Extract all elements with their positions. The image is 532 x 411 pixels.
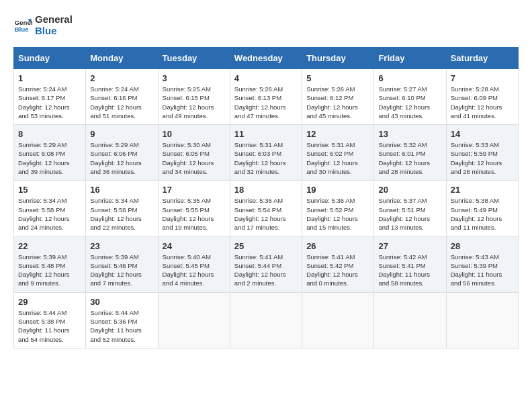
logo-icon: General Blue	[13, 15, 32, 34]
day-number: 5	[306, 73, 369, 83]
day-info: Sunrise: 5:31 AM Sunset: 6:03 PM Dayligh…	[234, 140, 298, 176]
calendar-day-cell	[446, 292, 518, 348]
day-number: 11	[234, 129, 298, 139]
day-info: Sunrise: 5:41 AM Sunset: 5:44 PM Dayligh…	[234, 253, 298, 288]
calendar-week-row: 8 Sunrise: 5:29 AM Sunset: 6:08 PM Dayli…	[14, 125, 519, 181]
day-info: Sunrise: 5:44 AM Sunset: 5:36 PM Dayligh…	[90, 308, 153, 344]
weekday-header: Thursday	[302, 48, 374, 69]
day-number: 4	[234, 73, 298, 83]
day-info: Sunrise: 5:28 AM Sunset: 6:09 PM Dayligh…	[451, 85, 514, 120]
day-info: Sunrise: 5:38 AM Sunset: 5:49 PM Dayligh…	[451, 196, 514, 232]
day-number: 27	[378, 241, 441, 251]
calendar-day-cell: 4 Sunrise: 5:26 AM Sunset: 6:13 PM Dayli…	[230, 69, 302, 125]
day-info: Sunrise: 5:26 AM Sunset: 6:12 PM Dayligh…	[306, 85, 369, 120]
day-info: Sunrise: 5:41 AM Sunset: 5:42 PM Dayligh…	[306, 253, 369, 288]
day-info: Sunrise: 5:44 AM Sunset: 5:38 PM Dayligh…	[18, 308, 81, 344]
day-number: 10	[163, 129, 226, 139]
calendar-table: SundayMondayTuesdayWednesdayThursdayFrid…	[13, 47, 519, 349]
day-number: 2	[90, 73, 153, 83]
calendar-day-cell: 12 Sunrise: 5:31 AM Sunset: 6:02 PM Dayl…	[302, 125, 374, 181]
weekday-header: Sunday	[14, 48, 86, 69]
calendar-day-cell: 13 Sunrise: 5:32 AM Sunset: 6:01 PM Dayl…	[374, 125, 446, 181]
calendar-day-cell: 23 Sunrise: 5:39 AM Sunset: 5:46 PM Dayl…	[86, 236, 158, 292]
logo-text-line1: General	[35, 13, 73, 25]
day-number: 20	[378, 185, 441, 195]
calendar-day-cell: 5 Sunrise: 5:26 AM Sunset: 6:12 PM Dayli…	[302, 69, 374, 125]
day-info: Sunrise: 5:33 AM Sunset: 5:59 PM Dayligh…	[451, 140, 514, 176]
day-info: Sunrise: 5:24 AM Sunset: 6:16 PM Dayligh…	[90, 85, 153, 120]
calendar-header-row: SundayMondayTuesdayWednesdayThursdayFrid…	[14, 48, 519, 69]
calendar-week-row: 1 Sunrise: 5:24 AM Sunset: 6:17 PM Dayli…	[14, 69, 519, 125]
calendar-day-cell	[374, 292, 446, 348]
calendar-day-cell: 26 Sunrise: 5:41 AM Sunset: 5:42 PM Dayl…	[302, 236, 374, 292]
calendar-day-cell: 18 Sunrise: 5:36 AM Sunset: 5:54 PM Dayl…	[230, 181, 302, 236]
calendar-day-cell	[302, 292, 374, 348]
day-info: Sunrise: 5:43 AM Sunset: 5:39 PM Dayligh…	[451, 253, 514, 288]
calendar-day-cell: 30 Sunrise: 5:44 AM Sunset: 5:36 PM Dayl…	[86, 292, 158, 348]
logo: General Blue General Blue	[13, 13, 73, 36]
calendar-day-cell: 2 Sunrise: 5:24 AM Sunset: 6:16 PM Dayli…	[86, 69, 158, 125]
weekday-header: Saturday	[446, 48, 518, 69]
calendar-day-cell: 7 Sunrise: 5:28 AM Sunset: 6:09 PM Dayli…	[446, 69, 518, 125]
calendar-day-cell: 22 Sunrise: 5:39 AM Sunset: 5:48 PM Dayl…	[14, 236, 86, 292]
day-number: 3	[163, 73, 226, 83]
day-number: 30	[90, 297, 153, 307]
weekday-header: Wednesday	[230, 48, 302, 69]
day-number: 25	[234, 241, 298, 251]
calendar-day-cell	[230, 292, 302, 348]
day-info: Sunrise: 5:32 AM Sunset: 6:01 PM Dayligh…	[378, 140, 441, 176]
day-number: 28	[451, 241, 514, 251]
calendar-day-cell: 19 Sunrise: 5:36 AM Sunset: 5:52 PM Dayl…	[302, 181, 374, 236]
day-number: 9	[90, 129, 153, 139]
calendar-day-cell: 25 Sunrise: 5:41 AM Sunset: 5:44 PM Dayl…	[230, 236, 302, 292]
day-number: 7	[451, 73, 514, 83]
calendar-day-cell: 29 Sunrise: 5:44 AM Sunset: 5:38 PM Dayl…	[14, 292, 86, 348]
calendar-day-cell: 16 Sunrise: 5:34 AM Sunset: 5:56 PM Dayl…	[86, 181, 158, 236]
day-info: Sunrise: 5:35 AM Sunset: 5:55 PM Dayligh…	[163, 196, 226, 232]
calendar-day-cell: 9 Sunrise: 5:29 AM Sunset: 6:06 PM Dayli…	[86, 125, 158, 181]
day-number: 8	[18, 129, 81, 139]
calendar-day-cell: 10 Sunrise: 5:30 AM Sunset: 6:05 PM Dayl…	[158, 125, 230, 181]
day-info: Sunrise: 5:31 AM Sunset: 6:02 PM Dayligh…	[306, 140, 369, 176]
day-info: Sunrise: 5:30 AM Sunset: 6:05 PM Dayligh…	[163, 140, 226, 176]
calendar-week-row: 15 Sunrise: 5:34 AM Sunset: 5:58 PM Dayl…	[14, 181, 519, 236]
day-number: 12	[306, 129, 369, 139]
day-info: Sunrise: 5:29 AM Sunset: 6:08 PM Dayligh…	[18, 140, 81, 176]
calendar-day-cell: 1 Sunrise: 5:24 AM Sunset: 6:17 PM Dayli…	[14, 69, 86, 125]
day-info: Sunrise: 5:42 AM Sunset: 5:41 PM Dayligh…	[378, 253, 441, 288]
calendar-day-cell: 11 Sunrise: 5:31 AM Sunset: 6:03 PM Dayl…	[230, 125, 302, 181]
day-number: 24	[163, 241, 226, 251]
day-number: 14	[451, 129, 514, 139]
day-info: Sunrise: 5:39 AM Sunset: 5:46 PM Dayligh…	[90, 253, 153, 288]
day-number: 15	[18, 185, 81, 195]
calendar-day-cell: 6 Sunrise: 5:27 AM Sunset: 6:10 PM Dayli…	[374, 69, 446, 125]
day-info: Sunrise: 5:25 AM Sunset: 6:15 PM Dayligh…	[163, 85, 226, 120]
day-number: 21	[451, 185, 514, 195]
calendar-day-cell: 8 Sunrise: 5:29 AM Sunset: 6:08 PM Dayli…	[14, 125, 86, 181]
calendar-day-cell: 3 Sunrise: 5:25 AM Sunset: 6:15 PM Dayli…	[158, 69, 230, 125]
day-info: Sunrise: 5:24 AM Sunset: 6:17 PM Dayligh…	[18, 85, 81, 120]
svg-text:Blue: Blue	[14, 26, 29, 33]
weekday-header: Friday	[374, 48, 446, 69]
calendar-day-cell: 15 Sunrise: 5:34 AM Sunset: 5:58 PM Dayl…	[14, 181, 86, 236]
calendar-week-row: 22 Sunrise: 5:39 AM Sunset: 5:48 PM Dayl…	[14, 236, 519, 292]
day-number: 19	[306, 185, 369, 195]
day-number: 17	[163, 185, 226, 195]
day-number: 26	[306, 241, 369, 251]
calendar-day-cell: 21 Sunrise: 5:38 AM Sunset: 5:49 PM Dayl…	[446, 181, 518, 236]
calendar-day-cell: 17 Sunrise: 5:35 AM Sunset: 5:55 PM Dayl…	[158, 181, 230, 236]
day-number: 1	[18, 73, 81, 83]
calendar-day-cell: 27 Sunrise: 5:42 AM Sunset: 5:41 PM Dayl…	[374, 236, 446, 292]
weekday-header: Monday	[86, 48, 158, 69]
weekday-header: Tuesday	[158, 48, 230, 69]
day-info: Sunrise: 5:34 AM Sunset: 5:58 PM Dayligh…	[18, 196, 81, 232]
day-number: 18	[234, 185, 298, 195]
calendar-day-cell: 28 Sunrise: 5:43 AM Sunset: 5:39 PM Dayl…	[446, 236, 518, 292]
calendar-day-cell: 14 Sunrise: 5:33 AM Sunset: 5:59 PM Dayl…	[446, 125, 518, 181]
day-number: 13	[378, 129, 441, 139]
day-info: Sunrise: 5:36 AM Sunset: 5:52 PM Dayligh…	[306, 196, 369, 232]
day-number: 23	[90, 241, 153, 251]
day-number: 16	[90, 185, 153, 195]
calendar-day-cell: 20 Sunrise: 5:37 AM Sunset: 5:51 PM Dayl…	[374, 181, 446, 236]
day-info: Sunrise: 5:34 AM Sunset: 5:56 PM Dayligh…	[90, 196, 153, 232]
